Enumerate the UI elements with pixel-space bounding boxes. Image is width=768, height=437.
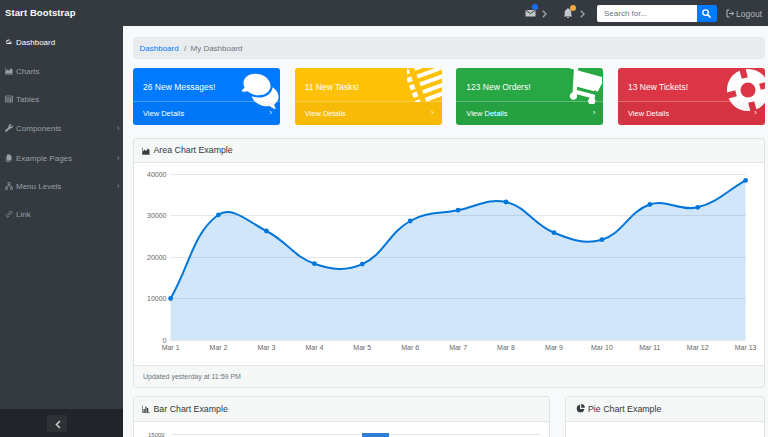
svg-text:Mar 2: Mar 2 <box>210 344 228 351</box>
svg-text:Mar 3: Mar 3 <box>257 344 275 351</box>
svg-text:10000: 10000 <box>147 295 167 302</box>
svg-text:Mar 6: Mar 6 <box>401 344 419 351</box>
svg-text:0: 0 <box>163 337 167 344</box>
svg-text:Mar 1: Mar 1 <box>162 344 180 351</box>
svg-text:Mar 8: Mar 8 <box>497 344 515 351</box>
svg-text:40000: 40000 <box>147 171 167 178</box>
svg-text:Mar 5: Mar 5 <box>353 344 371 351</box>
svg-text:Mar 9: Mar 9 <box>545 344 563 351</box>
svg-text:Mar 7: Mar 7 <box>449 344 467 351</box>
svg-text:20000: 20000 <box>147 254 167 261</box>
svg-text:30000: 30000 <box>147 212 167 219</box>
svg-text:Mar 12: Mar 12 <box>687 344 709 351</box>
svg-text:Mar 10: Mar 10 <box>591 344 613 351</box>
svg-text:Mar 11: Mar 11 <box>639 344 660 351</box>
svg-text:Mar 13: Mar 13 <box>735 344 757 351</box>
svg-text:Mar 4: Mar 4 <box>305 344 323 351</box>
